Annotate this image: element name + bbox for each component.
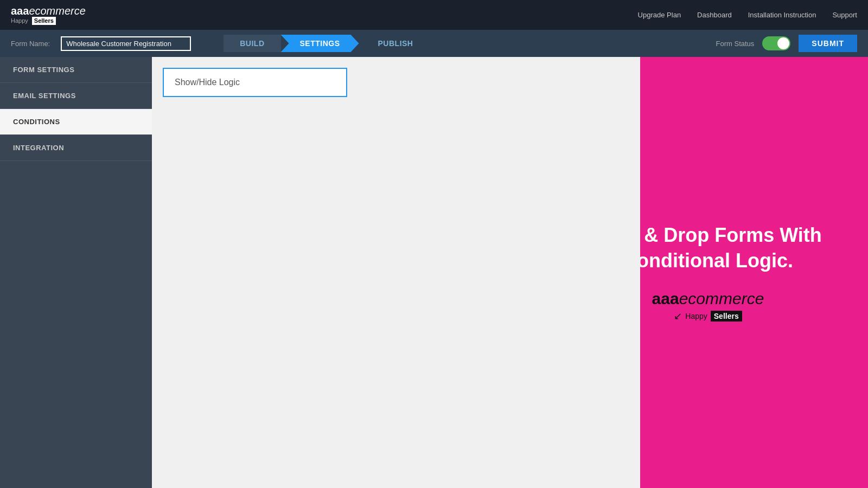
nav-support[interactable]: Support bbox=[832, 11, 857, 19]
sidebar-item-integration[interactable]: INTEGRATION bbox=[0, 135, 152, 161]
form-name-label: Form Name: bbox=[11, 40, 50, 48]
tab-publish[interactable]: PUBLISH bbox=[359, 35, 432, 52]
nav-upgrade-plan[interactable]: Upgrade Plan bbox=[638, 11, 681, 19]
tab-build[interactable]: BUILD bbox=[224, 35, 280, 52]
promo-text: Drag & Drop Forms With Conditional Logic… bbox=[640, 223, 846, 274]
logo-happy-text: Happy bbox=[11, 17, 28, 24]
logo-sellers-box: Sellers bbox=[32, 17, 56, 24]
nav-dashboard[interactable]: Dashboard bbox=[697, 11, 732, 19]
form-name-input[interactable] bbox=[61, 36, 191, 51]
nav-links: Upgrade Plan Dashboard Installation Inst… bbox=[638, 11, 857, 19]
logo: aaaecommerce Happy Sellers bbox=[11, 5, 86, 24]
promo-logo-aaa: aaaecommerce bbox=[652, 290, 764, 308]
submit-button[interactable]: SUBMIT bbox=[799, 35, 857, 52]
form-status-label: Form Status bbox=[716, 40, 755, 48]
form-bar-right: Form Status SUBMIT bbox=[716, 35, 857, 52]
tab-settings[interactable]: SETTINGS bbox=[281, 35, 359, 52]
sidebar-item-form-settings[interactable]: FORM SETTINGS bbox=[0, 57, 152, 83]
promo-sellers-box: Sellers bbox=[711, 311, 742, 322]
promo-section: Drag & Drop Forms With Conditional Logic… bbox=[640, 57, 868, 488]
toggle-knob bbox=[777, 37, 789, 49]
show-hide-logic-card[interactable]: Show/Hide Logic bbox=[163, 68, 347, 97]
form-bar: Form Name: BUILD SETTINGS PUBLISH Form S… bbox=[0, 30, 868, 57]
sidebar: FORM SETTINGS EMAIL SETTINGS CONDITIONS … bbox=[0, 57, 152, 488]
form-status-toggle[interactable] bbox=[762, 36, 790, 50]
promo-logo: aaaecommerce ↙ Happy Sellers bbox=[652, 290, 764, 322]
nav-installation[interactable]: Installation Instruction bbox=[748, 11, 816, 19]
sidebar-item-email-settings[interactable]: EMAIL SETTINGS bbox=[0, 83, 152, 109]
center-content: Show/Hide Logic bbox=[152, 57, 640, 488]
right-panel: If First Name Is Equals To Value Then Sh… bbox=[640, 57, 868, 488]
tab-navigation: BUILD SETTINGS PUBLISH bbox=[224, 35, 432, 52]
main-layout: FORM SETTINGS EMAIL SETTINGS CONDITIONS … bbox=[0, 57, 868, 488]
sidebar-item-conditions[interactable]: CONDITIONS bbox=[0, 109, 152, 135]
promo-arrow-icon: ↙ bbox=[674, 310, 682, 322]
logo-aaa-text: aaaecommerce bbox=[11, 5, 86, 17]
top-navigation: aaaecommerce Happy Sellers Upgrade Plan … bbox=[0, 0, 868, 30]
promo-happy-text: Happy bbox=[685, 312, 707, 320]
